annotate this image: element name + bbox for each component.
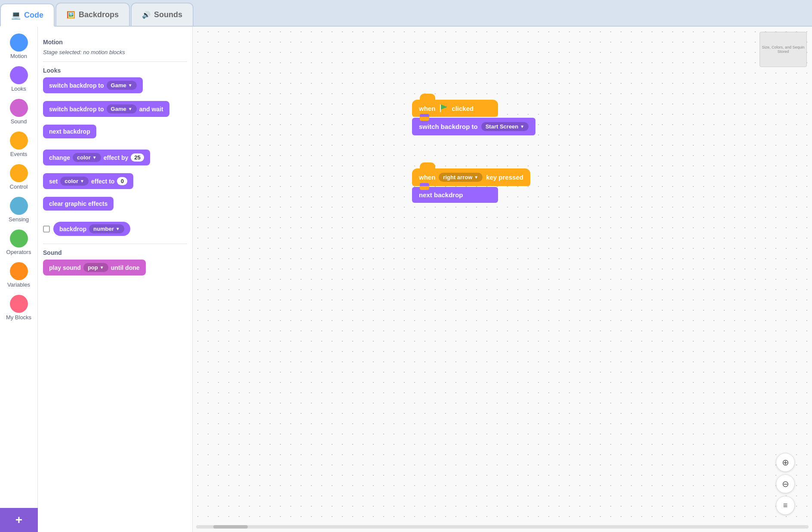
switch-backdrop-text: switch backdrop to bbox=[49, 82, 104, 89]
events-dot bbox=[10, 131, 28, 150]
sounds-tab-icon: 🔊 bbox=[142, 11, 151, 19]
switch-backdrop-wait-dropdown[interactable]: Game ▼ bbox=[107, 104, 137, 113]
sidebar-item-myblocks[interactable]: My Blocks bbox=[2, 292, 36, 323]
svg-marker-1 bbox=[441, 104, 447, 110]
sidebar-item-motion[interactable]: Motion bbox=[2, 31, 36, 62]
tab-bar: 💻 Code 🖼️ Backdrops 🔊 Sounds bbox=[0, 0, 812, 27]
tab-sounds[interactable]: 🔊 Sounds bbox=[131, 3, 194, 26]
canvas-key-chevron: ▼ bbox=[474, 175, 478, 180]
backdrop-reporter-checkbox[interactable] bbox=[43, 226, 50, 232]
switch-backdrop-wait-text1: switch backdrop to bbox=[49, 106, 104, 113]
zoom-in-button[interactable]: ⊕ bbox=[776, 453, 795, 472]
switch-backdrop-dropdown[interactable]: Game ▼ bbox=[107, 81, 137, 90]
looks-dot bbox=[10, 66, 28, 84]
sound-label: Sound bbox=[11, 118, 27, 125]
events-label: Events bbox=[10, 151, 28, 157]
canvas-next-backdrop-text: next backdrop bbox=[419, 191, 463, 199]
set-effect-dropdown[interactable]: color ▼ bbox=[60, 177, 89, 186]
hat-when-text: when bbox=[419, 105, 435, 112]
sidebar-item-events[interactable]: Events bbox=[2, 129, 36, 160]
code-tab-icon: 💻 bbox=[11, 10, 21, 20]
sidebar-item-control[interactable]: Control bbox=[2, 162, 36, 193]
tab-code[interactable]: 💻 Code bbox=[0, 3, 55, 27]
control-dot bbox=[10, 164, 28, 182]
effect-type-dropdown[interactable]: color ▼ bbox=[73, 153, 101, 162]
next-backdrop-text: next backdrop bbox=[49, 128, 90, 135]
main-layout: Motion Looks Sound Events Control Sensin… bbox=[0, 27, 812, 532]
play-sound-suffix: until done bbox=[111, 264, 140, 271]
sidebar-item-sensing[interactable]: Sensing bbox=[2, 194, 36, 225]
hat-when-text2: when bbox=[419, 174, 435, 181]
sensing-dot bbox=[10, 197, 28, 215]
switch-backdrop-chevron: ▼ bbox=[128, 83, 132, 88]
block-backdrop-reporter[interactable]: backdrop number ▼ bbox=[53, 222, 130, 236]
flag-icon bbox=[439, 104, 448, 113]
sidebar-item-looks[interactable]: Looks bbox=[2, 64, 36, 95]
backdrop-reporter-dropdown[interactable]: number ▼ bbox=[89, 224, 124, 233]
code-area[interactable]: Size, Colors, and Sequin Stored when cli… bbox=[193, 27, 812, 532]
add-block-button[interactable]: + bbox=[0, 508, 38, 532]
tab-code-label: Code bbox=[24, 11, 43, 20]
sound-dot bbox=[10, 99, 28, 117]
looks-section-title: Looks bbox=[43, 67, 187, 74]
myblocks-dot bbox=[10, 295, 28, 313]
block-set-effect[interactable]: set color ▼ effect to 0 bbox=[43, 173, 133, 189]
motion-section-subtitle: Stage selected: no motion blocks bbox=[43, 49, 187, 55]
motion-section-title: Motion bbox=[43, 39, 187, 46]
block-play-sound[interactable]: play sound pop ▼ until done bbox=[43, 260, 146, 275]
canvas-group-flag: when clicked switch backdrop to Start Sc… bbox=[412, 100, 535, 135]
canvas-switch-text: switch backdrop to bbox=[419, 123, 478, 130]
variables-label: Variables bbox=[7, 281, 30, 288]
chevron-down: ▼ bbox=[128, 107, 132, 111]
scroll-thumb[interactable] bbox=[213, 525, 248, 529]
change-text: change bbox=[49, 154, 70, 161]
sidebar-item-operators[interactable]: Operators bbox=[2, 227, 36, 258]
add-block-icon: + bbox=[15, 513, 22, 527]
set-text: set bbox=[49, 178, 58, 185]
scroll-track bbox=[196, 525, 809, 529]
canvas-start-screen-dropdown[interactable]: Start Screen ▼ bbox=[481, 122, 529, 131]
variables-dot bbox=[10, 262, 28, 280]
zoom-fit-button[interactable]: ≡ bbox=[776, 496, 795, 515]
canvas-group-key: when right arrow ▼ key pressed next back… bbox=[412, 168, 530, 203]
reporter-row-backdrop: backdrop number ▼ bbox=[43, 222, 187, 236]
canvas-command-switch-backdrop[interactable]: switch backdrop to Start Screen ▼ bbox=[412, 118, 535, 135]
sidebar-item-sound[interactable]: Sound bbox=[2, 96, 36, 127]
block-switch-backdrop-wait[interactable]: switch backdrop to Game ▼ and wait bbox=[43, 101, 169, 117]
tab-backdrops[interactable]: 🖼️ Backdrops bbox=[55, 3, 130, 26]
set-effect-chevron: ▼ bbox=[80, 179, 84, 183]
play-sound-text: play sound bbox=[49, 264, 81, 271]
set-effect-value[interactable]: 0 bbox=[117, 177, 127, 185]
stage-thumbnail: Size, Colors, and Sequin Stored bbox=[760, 32, 807, 67]
backdrop-reporter-chevron: ▼ bbox=[116, 226, 120, 231]
block-switch-backdrop[interactable]: switch backdrop to Game ▼ bbox=[43, 77, 143, 93]
canvas-key-dropdown[interactable]: right arrow ▼ bbox=[439, 173, 483, 182]
effect-by-text: effect by bbox=[104, 154, 129, 161]
sidebar-item-variables[interactable]: Variables bbox=[2, 260, 36, 290]
block-clear-effects[interactable]: clear graphic effects bbox=[43, 197, 114, 211]
zoom-in-icon: ⊕ bbox=[782, 457, 789, 468]
looks-divider bbox=[43, 61, 187, 62]
play-sound-dropdown[interactable]: pop ▼ bbox=[83, 263, 108, 272]
operators-dot bbox=[10, 229, 28, 248]
effect-chevron: ▼ bbox=[92, 155, 97, 160]
block-palette: Motion Stage selected: no motion blocks … bbox=[38, 27, 193, 532]
backdrop-reporter-text: backdrop bbox=[59, 226, 86, 232]
zoom-fit-icon: ≡ bbox=[783, 501, 788, 510]
hat-key-pressed-text: key pressed bbox=[486, 174, 523, 181]
hat-clicked-text: clicked bbox=[452, 105, 474, 112]
sound-section-title: Sound bbox=[43, 249, 187, 256]
zoom-out-button[interactable]: ⊖ bbox=[776, 474, 795, 493]
tab-sounds-label: Sounds bbox=[154, 10, 182, 19]
zoom-out-icon: ⊖ bbox=[782, 479, 789, 489]
effect-value-input[interactable]: 25 bbox=[131, 153, 144, 162]
block-change-effect[interactable]: change color ▼ effect by 25 bbox=[43, 150, 150, 165]
play-sound-chevron: ▼ bbox=[100, 265, 104, 270]
looks-label: Looks bbox=[11, 86, 26, 92]
zoom-controls: ⊕ ⊖ ≡ bbox=[776, 453, 795, 515]
canvas-hat-key[interactable]: when right arrow ▼ key pressed bbox=[412, 168, 530, 186]
block-next-backdrop[interactable]: next backdrop bbox=[43, 125, 96, 138]
operators-label: Operators bbox=[6, 249, 31, 255]
tab-backdrops-label: Backdrops bbox=[79, 10, 119, 19]
svg-rect-0 bbox=[440, 104, 441, 112]
